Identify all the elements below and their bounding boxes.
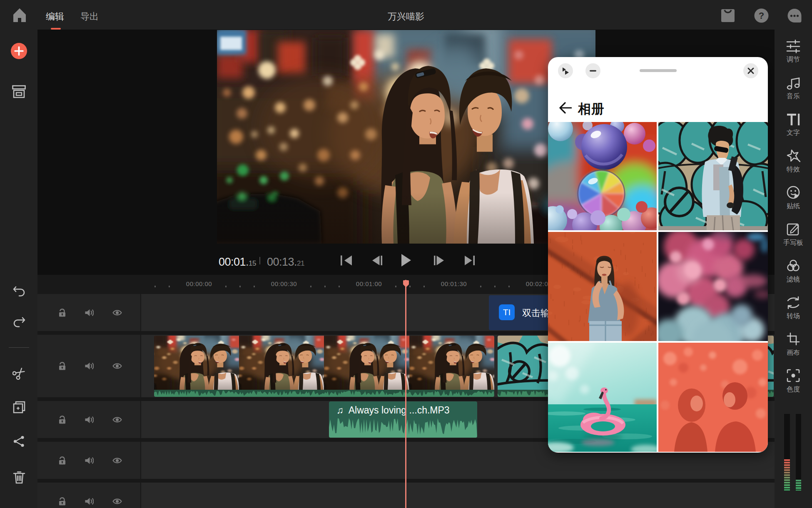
svg-text:?: ? — [759, 10, 764, 21]
